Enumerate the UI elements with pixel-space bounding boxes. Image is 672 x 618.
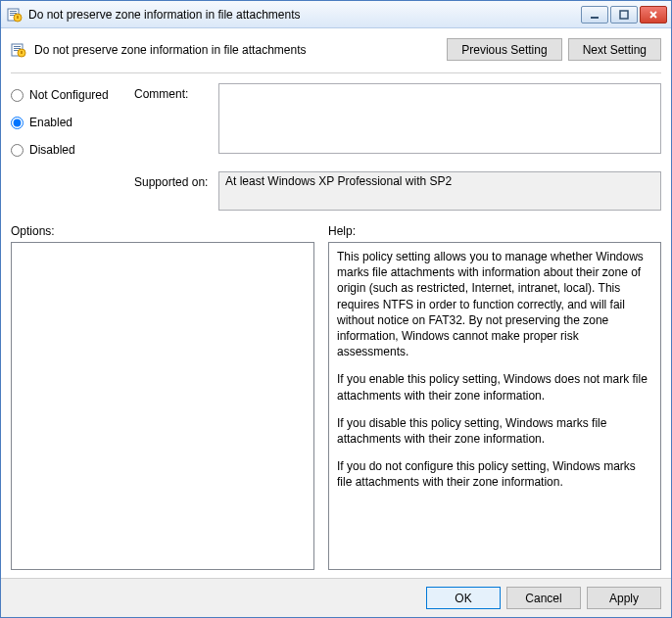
- minimize-button[interactable]: [581, 6, 608, 24]
- titlebar: Do not preserve zone information in file…: [1, 1, 671, 28]
- help-paragraph: If you disable this policy setting, Wind…: [337, 415, 652, 447]
- ok-button[interactable]: OK: [426, 587, 501, 609]
- options-pane: [11, 242, 314, 570]
- radio-enabled[interactable]: Enabled: [11, 111, 128, 134]
- radio-enabled-input[interactable]: [11, 117, 24, 129]
- supported-on-label: Supported on:: [134, 171, 213, 211]
- radio-disabled-label: Disabled: [29, 143, 75, 157]
- footer: OK Cancel Apply: [1, 578, 671, 617]
- page-title: Do not preserve zone information in file…: [34, 43, 447, 57]
- help-paragraph: If you do not configure this policy sett…: [337, 458, 652, 490]
- supported-on-text: At least Windows XP Professional with SP…: [225, 174, 452, 188]
- policy-icon: [7, 7, 23, 23]
- header-row: Do not preserve zone information in file…: [11, 36, 661, 71]
- apply-button[interactable]: Apply: [587, 587, 661, 609]
- svg-rect-9: [14, 46, 21, 47]
- next-setting-button[interactable]: Next Setting: [568, 38, 661, 61]
- radio-disabled[interactable]: Disabled: [11, 138, 128, 162]
- policy-icon: [11, 42, 26, 58]
- radio-not-configured-input[interactable]: [11, 89, 24, 102]
- radio-not-configured-label: Not Configured: [29, 88, 109, 102]
- window-title: Do not preserve zone information in file…: [28, 8, 581, 22]
- comment-label: Comment:: [134, 83, 213, 101]
- radio-not-configured[interactable]: Not Configured: [11, 83, 128, 107]
- options-label: Options:: [11, 224, 314, 238]
- help-label: Help:: [328, 224, 356, 238]
- help-pane: This policy setting allows you to manage…: [328, 242, 661, 570]
- svg-rect-10: [14, 48, 21, 49]
- cancel-button[interactable]: Cancel: [506, 587, 581, 609]
- svg-rect-6: [591, 17, 599, 19]
- svg-rect-1: [10, 11, 17, 12]
- radio-enabled-label: Enabled: [29, 116, 72, 129]
- supported-on-value: At least Windows XP Professional with SP…: [218, 171, 661, 211]
- previous-setting-button[interactable]: Previous Setting: [447, 38, 561, 61]
- close-button[interactable]: [640, 6, 667, 24]
- svg-rect-5: [17, 16, 19, 19]
- help-paragraph: This policy setting allows you to manage…: [337, 249, 652, 359]
- window-buttons: [581, 6, 667, 24]
- separator: [11, 72, 661, 73]
- maximize-button[interactable]: [610, 6, 638, 24]
- svg-rect-7: [620, 11, 628, 19]
- svg-rect-2: [10, 13, 17, 14]
- content-area: Do not preserve zone information in file…: [1, 28, 671, 578]
- svg-rect-13: [21, 51, 23, 54]
- radio-disabled-input[interactable]: [11, 144, 24, 157]
- help-paragraph: If you enable this policy setting, Windo…: [337, 371, 652, 403]
- comment-textarea[interactable]: [218, 83, 661, 154]
